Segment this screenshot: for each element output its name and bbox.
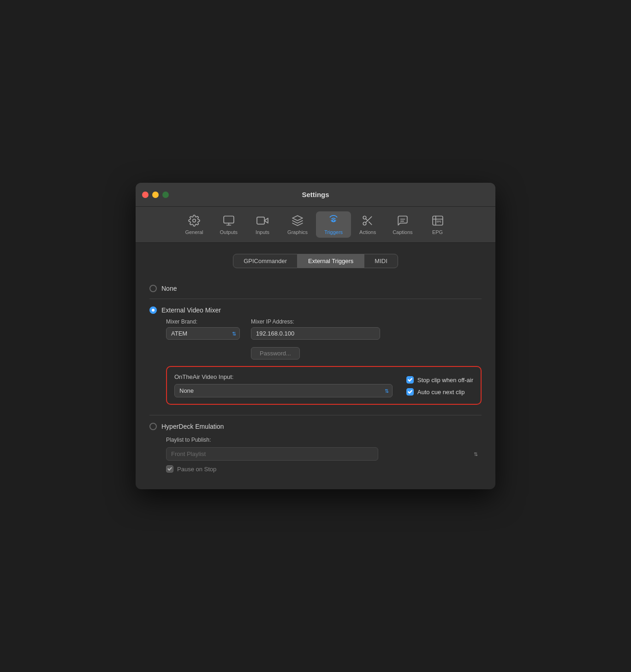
- ontheair-right: Stop clip when off-air Auto cue next cli…: [406, 373, 473, 396]
- message-icon: [396, 214, 410, 227]
- maximize-button[interactable]: [162, 192, 169, 198]
- hyperdeck-fields: Playlist to Publish: Front Playlist ⇅ Pa…: [149, 435, 482, 473]
- mixer-brand-ip-row: Mixer Brand: ATEM ⇅ Mixer IP Address:: [166, 318, 482, 340]
- auto-cue-checkbox[interactable]: [406, 388, 414, 396]
- toolbar-label-actions: Actions: [359, 229, 376, 235]
- none-label: None: [161, 285, 177, 292]
- mixer-ip-label: Mixer IP Address:: [251, 318, 380, 325]
- stop-clip-checkbox[interactable]: [406, 376, 414, 384]
- toolbar-label-outputs: Outputs: [220, 229, 238, 235]
- svg-rect-4: [257, 217, 264, 224]
- toolbar-item-outputs[interactable]: Outputs: [212, 211, 246, 238]
- toolbar-label-general: General: [185, 229, 203, 235]
- hyperdeck-radio-row[interactable]: HyperDeck Emulation: [149, 418, 482, 435]
- ontheair-label: OnTheAir Video Input:: [174, 373, 393, 380]
- tab-gpicommander[interactable]: GPICommander: [233, 254, 298, 268]
- titlebar: Settings: [136, 183, 495, 207]
- none-radio-button[interactable]: [149, 285, 157, 292]
- playlist-group: Playlist to Publish: Front Playlist ⇅: [166, 437, 482, 461]
- gear-icon: [187, 214, 201, 227]
- layers-icon: [291, 214, 304, 227]
- toolbar-item-general[interactable]: General: [177, 211, 211, 238]
- stop-clip-label: Stop clip when off-air: [417, 377, 473, 384]
- camera-icon: [256, 214, 269, 227]
- close-button[interactable]: [142, 192, 149, 198]
- hyperdeck-label: HyperDeck Emulation: [161, 423, 224, 430]
- svg-line-11: [366, 219, 368, 221]
- window-title: Settings: [302, 191, 329, 198]
- playlist-chevron-icon: ⇅: [474, 451, 478, 457]
- none-radio-row[interactable]: None: [149, 280, 482, 297]
- mixer-brand-label: Mixer Brand:: [166, 318, 240, 325]
- external-video-mixer-section: External Video Mixer Mixer Brand: ATEM ⇅: [149, 302, 482, 415]
- external-video-mixer-label: External Video Mixer: [161, 306, 221, 314]
- svg-rect-1: [224, 216, 234, 223]
- toolbar-label-captions: Captions: [393, 229, 412, 235]
- divider-1: [149, 299, 482, 299]
- external-video-mixer-radio-row[interactable]: External Video Mixer: [149, 302, 482, 318]
- hyperdeck-section: HyperDeck Emulation Playlist to Publish:…: [149, 418, 482, 473]
- auto-cue-row[interactable]: Auto cue next clip: [406, 388, 473, 396]
- ontheair-video-input-select[interactable]: None: [174, 384, 393, 397]
- ontheair-left: OnTheAir Video Input: None ⇅: [174, 373, 393, 397]
- mixer-brand-group: Mixer Brand: ATEM ⇅: [166, 318, 240, 340]
- pause-on-stop-label: Pause on Stop: [177, 466, 216, 473]
- external-video-mixer-radio-button[interactable]: [149, 306, 157, 314]
- auto-cue-label: Auto cue next clip: [417, 389, 465, 396]
- ontheair-highlight-box: OnTheAir Video Input: None ⇅: [166, 366, 482, 405]
- monitor-icon: [222, 214, 236, 227]
- toolbar-label-epg: EPG: [432, 229, 443, 235]
- playlist-label: Playlist to Publish:: [166, 437, 482, 443]
- pause-on-stop-checkbox[interactable]: [166, 465, 173, 473]
- tab-midi[interactable]: MIDI: [364, 254, 398, 268]
- content-area: GPICommander External Triggers MIDI None…: [136, 243, 495, 489]
- minimize-button[interactable]: [152, 192, 159, 198]
- svg-text:EPG: EPG: [436, 220, 441, 223]
- svg-point-0: [193, 219, 196, 222]
- password-button[interactable]: Password...: [251, 347, 300, 360]
- playlist-select[interactable]: Front Playlist: [166, 447, 378, 461]
- toolbar: General Outputs Inputs: [136, 207, 495, 243]
- pause-on-stop-row: Pause on Stop: [166, 465, 482, 473]
- divider-2: [149, 415, 482, 415]
- mixer-ip-group: Mixer IP Address:: [251, 318, 380, 340]
- toolbar-item-actions[interactable]: Actions: [351, 211, 384, 238]
- scissors-icon: [361, 214, 375, 227]
- none-option-section: None: [149, 280, 482, 299]
- toolbar-item-epg[interactable]: EPG EPG: [421, 211, 454, 238]
- toolbar-item-captions[interactable]: Captions: [384, 211, 421, 238]
- subtabs-row: GPICommander External Triggers MIDI: [149, 254, 482, 268]
- hyperdeck-radio-button[interactable]: [149, 423, 157, 430]
- playlist-select-wrapper: Front Playlist ⇅: [166, 447, 482, 461]
- traffic-lights: [142, 192, 169, 198]
- tab-external-triggers[interactable]: External Triggers: [298, 254, 364, 268]
- mixer-brand-select[interactable]: ATEM: [166, 327, 240, 340]
- settings-window: Settings General Outputs: [136, 183, 495, 489]
- password-row: Password...: [166, 345, 482, 360]
- epg-icon: EPG: [431, 214, 445, 227]
- mixer-ip-input[interactable]: [251, 327, 380, 340]
- mixer-brand-select-wrapper: ATEM ⇅: [166, 327, 240, 340]
- svg-marker-5: [292, 216, 303, 221]
- toolbar-label-inputs: Inputs: [256, 229, 269, 235]
- wifi-icon: [327, 214, 340, 227]
- external-video-mixer-fields: Mixer Brand: ATEM ⇅ Mixer IP Address:: [149, 318, 482, 413]
- ontheair-select-wrapper: None ⇅: [174, 384, 393, 397]
- stop-clip-row[interactable]: Stop clip when off-air: [406, 376, 473, 384]
- toolbar-item-inputs[interactable]: Inputs: [246, 211, 279, 238]
- toolbar-label-triggers: Triggers: [324, 229, 343, 235]
- toolbar-item-graphics[interactable]: Graphics: [279, 211, 316, 238]
- toolbar-item-triggers[interactable]: Triggers: [316, 211, 351, 238]
- svg-line-10: [369, 222, 372, 225]
- toolbar-label-graphics: Graphics: [287, 229, 308, 235]
